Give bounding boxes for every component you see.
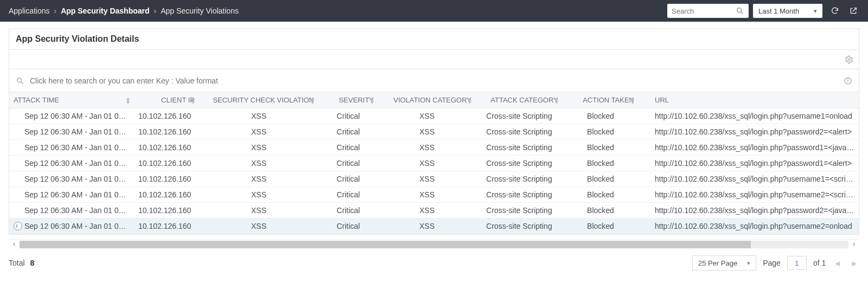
cell-severity: Critical (318, 124, 378, 140)
filter-input[interactable] (30, 76, 838, 85)
breadcrumb-item-applications[interactable]: Applications (9, 7, 50, 15)
col-url[interactable]: URL (639, 92, 859, 108)
chevron-right-icon: › (54, 7, 57, 15)
cell-sec-check: XSS (199, 140, 318, 156)
col-sec-check[interactable]: SECURITY CHECK VIOLATION▲▼ (199, 92, 318, 108)
cell-attack-cat: Cross-site Scripting (476, 171, 563, 187)
cell-url: http://10.102.60.238/xss_sql/login.php?u… (639, 187, 859, 203)
cell-severity: Critical (318, 156, 378, 171)
svg-point-2 (848, 59, 850, 61)
panel-title: App Security Violation Details (9, 29, 859, 50)
col-client-ip[interactable]: CLIENT IP▲▼ (134, 92, 199, 108)
info-icon[interactable] (844, 76, 852, 85)
col-action-taken[interactable]: ACTION TAKEN▲▼ (563, 92, 639, 108)
table-header-row: ATTACK TIME▲▼ CLIENT IP▲▼ SECURITY CHECK… (9, 92, 859, 108)
cell-attack-time: Sep 12 06:30 AM - Jan 01 05:29 AM (9, 124, 134, 140)
cell-url: http://10.102.60.238/xss_sql/login.php?p… (639, 203, 859, 218)
footer-pagination: 25 Per Page ▾ Page of 1 ◄ ► (692, 255, 859, 271)
cell-client-ip: 10.102.126.160 (134, 187, 199, 203)
violations-table: ATTACK TIME▲▼ CLIENT IP▲▼ SECURITY CHECK… (9, 92, 859, 234)
cell-url: http://10.102.60.238/xss_sql/login.php?p… (639, 140, 859, 156)
svg-line-4 (21, 81, 23, 83)
search-icon (736, 7, 744, 15)
cell-action: Blocked (563, 140, 639, 156)
page-label: Page (763, 259, 781, 267)
table-row[interactable]: Sep 12 06:30 AM - Jan 01 05:29 AM10.102.… (9, 140, 859, 156)
filter-row (9, 69, 859, 92)
cell-sec-check: XSS (199, 124, 318, 140)
col-attack-time[interactable]: ATTACK TIME▲▼ (9, 92, 134, 108)
cell-attack-time: Sep 12 06:30 AM - Jan 01 05:29 AM (9, 171, 134, 187)
cell-client-ip: 10.102.126.160 (134, 140, 199, 156)
col-severity[interactable]: SEVERITY▲▼ (318, 92, 378, 108)
cell-violation-cat: XSS (378, 218, 476, 234)
cell-sec-check: XSS (199, 218, 318, 234)
cell-violation-cat: XSS (378, 156, 476, 171)
table-row[interactable]: Sep 12 06:30 AM - Jan 01 05:29 AM10.102.… (9, 171, 859, 187)
time-range-dropdown[interactable]: Last 1 Month ▾ (753, 4, 822, 18)
page-input[interactable] (787, 256, 807, 270)
cell-sec-check: XSS (199, 108, 318, 124)
scroll-left-arrow-icon[interactable]: ‹ (10, 240, 18, 248)
global-search-input[interactable] (672, 7, 733, 15)
cell-attack-time: Sep 12 06:30 AM - Jan 01 05:29 AM (9, 218, 134, 234)
global-search[interactable] (667, 4, 749, 18)
cell-client-ip: 10.102.126.160 (134, 171, 199, 187)
cell-sec-check: XSS (199, 171, 318, 187)
table-row[interactable]: Sep 12 06:30 AM - Jan 01 05:29 AM10.102.… (9, 218, 859, 234)
cell-action: Blocked (563, 218, 639, 234)
cell-url: http://10.102.60.238/xss_sql/login.php?p… (639, 156, 859, 171)
col-violation-cat[interactable]: VIOLATION CATEGORY▲▼ (378, 92, 476, 108)
footer: Total 8 25 Per Page ▾ Page of 1 ◄ ► (9, 252, 859, 274)
cell-severity: Critical (318, 140, 378, 156)
search-icon (16, 76, 24, 85)
breadcrumb-item-dashboard[interactable]: App Security Dashboard (61, 7, 149, 15)
footer-total: Total 8 (9, 259, 34, 267)
cell-attack-time: Sep 12 06:30 AM - Jan 01 05:29 AM (9, 203, 134, 218)
prev-page-button[interactable]: ◄ (832, 259, 843, 268)
chevron-right-icon: › (154, 7, 157, 15)
scroll-thumb[interactable] (20, 241, 751, 248)
next-page-button[interactable]: ► (849, 259, 859, 268)
gear-icon[interactable] (845, 55, 853, 64)
cell-attack-cat: Cross-site Scripting (476, 124, 563, 140)
cell-sec-check: XSS (199, 187, 318, 203)
table-row[interactable]: Sep 12 06:30 AM - Jan 01 05:29 AM10.102.… (9, 187, 859, 203)
cell-action: Blocked (563, 203, 639, 218)
cell-url: http://10.102.60.238/xss_sql/login.php?u… (639, 108, 859, 124)
cell-violation-cat: XSS (378, 187, 476, 203)
table-row[interactable]: Sep 12 06:30 AM - Jan 01 05:29 AM10.102.… (9, 156, 859, 171)
cell-attack-cat: Cross-site Scripting (476, 140, 563, 156)
cell-severity: Critical (318, 171, 378, 187)
cell-violation-cat: XSS (378, 171, 476, 187)
cell-violation-cat: XSS (378, 124, 476, 140)
cell-attack-cat: Cross-site Scripting (476, 156, 563, 171)
cell-url: http://10.102.60.238/xss_sql/login.php?u… (639, 171, 859, 187)
breadcrumb-item-violations[interactable]: App Security Violations (161, 7, 239, 15)
svg-point-3 (17, 78, 22, 82)
cell-client-ip: 10.102.126.160 (134, 156, 199, 171)
scroll-right-arrow-icon[interactable]: › (850, 240, 858, 248)
cell-severity: Critical (318, 108, 378, 124)
open-external-button[interactable] (847, 5, 859, 17)
cell-attack-time: Sep 12 06:30 AM - Jan 01 05:29 AM (9, 187, 134, 203)
cell-client-ip: 10.102.126.160 (134, 108, 199, 124)
col-attack-cat[interactable]: ATTACK CATEGORY▲▼ (476, 92, 563, 108)
violations-panel: App Security Violation Details ATTACK TI… (9, 28, 859, 235)
horizontal-scrollbar[interactable]: ‹ › (9, 239, 859, 249)
cell-sec-check: XSS (199, 156, 318, 171)
refresh-button[interactable] (829, 5, 841, 17)
cell-severity: Critical (318, 187, 378, 203)
panel-toolbar (9, 50, 859, 69)
cell-client-ip: 10.102.126.160 (134, 218, 199, 234)
cell-sec-check: XSS (199, 203, 318, 218)
table-row[interactable]: Sep 12 06:30 AM - Jan 01 05:29 AM10.102.… (9, 203, 859, 218)
svg-point-0 (737, 8, 742, 12)
cell-violation-cat: XSS (378, 203, 476, 218)
cell-url: http://10.102.60.238/xss_sql/login.php?u… (639, 218, 859, 234)
chevron-down-icon: ▾ (747, 260, 750, 267)
svg-point-7 (847, 79, 848, 79)
table-row[interactable]: Sep 12 06:30 AM - Jan 01 05:29 AM10.102.… (9, 124, 859, 140)
per-page-dropdown[interactable]: 25 Per Page ▾ (692, 255, 756, 271)
table-row[interactable]: Sep 12 06:30 AM - Jan 01 05:29 AM10.102.… (9, 108, 859, 124)
